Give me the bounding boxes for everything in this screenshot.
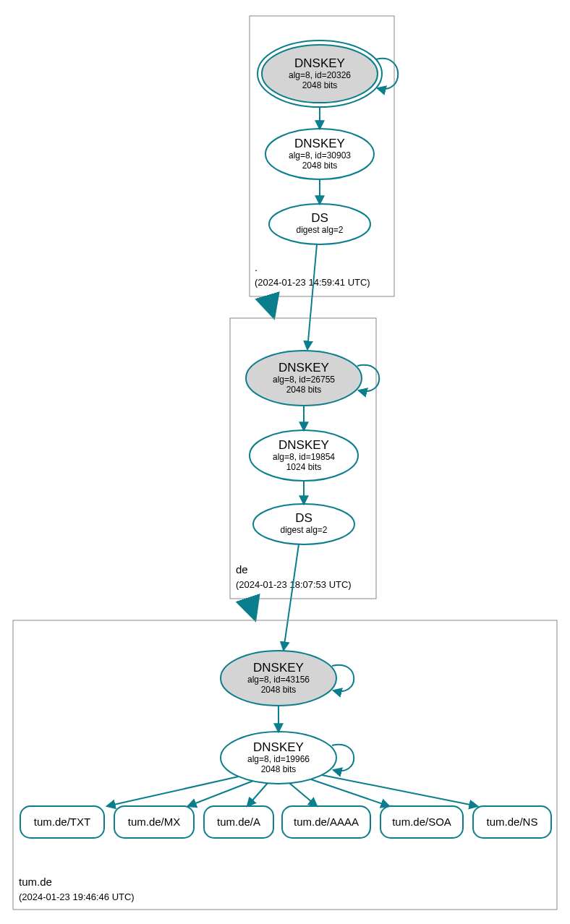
svg-text:2048 bits: 2048 bits — [286, 385, 322, 395]
svg-text:DNSKEY: DNSKEY — [278, 438, 329, 452]
svg-text:2048 bits: 2048 bits — [261, 685, 297, 695]
de-ksk-node: DNSKEY alg=8, id=26755 2048 bits — [246, 351, 362, 406]
svg-text:alg=8, id=30903: alg=8, id=30903 — [289, 150, 351, 161]
svg-text:tum.de/A: tum.de/A — [217, 816, 260, 828]
svg-text:DNSKEY: DNSKEY — [294, 137, 345, 150]
svg-text:2048 bits: 2048 bits — [302, 80, 338, 90]
root-ds-node: DS digest alg=2 — [269, 204, 370, 244]
edge-de-ds-to-tumde-ksk — [284, 544, 299, 650]
svg-text:1024 bits: 1024 bits — [286, 462, 322, 472]
svg-text:alg=8, id=20326: alg=8, id=20326 — [289, 70, 351, 80]
svg-text:DNSKEY: DNSKEY — [253, 661, 304, 675]
rrset-txt: tum.de/TXT — [20, 806, 104, 838]
rrset-ns: tum.de/NS — [473, 806, 551, 838]
de-zsk-node: DNSKEY alg=8, id=19854 1024 bits — [250, 430, 358, 481]
svg-text:alg=8, id=26755: alg=8, id=26755 — [273, 375, 335, 385]
svg-text:alg=8, id=19854: alg=8, id=19854 — [273, 452, 335, 462]
rrset-a: tum.de/A — [204, 806, 273, 838]
edge-zsk-aaaa — [289, 783, 317, 806]
svg-text:2048 bits: 2048 bits — [302, 161, 338, 171]
tumde-ksk-node: DNSKEY alg=8, id=43156 2048 bits — [221, 651, 336, 706]
svg-text:tum.de/TXT: tum.de/TXT — [34, 816, 90, 828]
edge-zsk-soa — [311, 779, 389, 806]
edge-de-to-tumde-zone — [248, 599, 255, 618]
svg-text:tum.de/MX: tum.de/MX — [128, 816, 181, 828]
rrset-mx: tum.de/MX — [114, 806, 194, 838]
svg-text:digest alg=2: digest alg=2 — [296, 225, 343, 235]
svg-text:DNSKEY: DNSKEY — [278, 361, 329, 375]
svg-text:alg=8, id=43156: alg=8, id=43156 — [247, 675, 310, 685]
svg-text:2048 bits: 2048 bits — [261, 764, 297, 774]
root-zsk-node: DNSKEY alg=8, id=30903 2048 bits — [265, 129, 374, 179]
svg-text:tum.de/SOA: tum.de/SOA — [392, 816, 451, 828]
edge-root-to-de-zone — [268, 296, 273, 316]
zone-tumde-label: tum.de — [19, 876, 52, 888]
edge-zsk-a — [247, 783, 268, 806]
svg-text:tum.de/NS: tum.de/NS — [487, 816, 538, 828]
de-ds-node: DS digest alg=2 — [253, 504, 354, 544]
svg-text:DS: DS — [311, 211, 328, 225]
svg-text:alg=8, id=19966: alg=8, id=19966 — [247, 754, 310, 764]
svg-text:tum.de/AAAA: tum.de/AAAA — [294, 816, 359, 828]
tumde-zsk-node: DNSKEY alg=8, id=19966 2048 bits — [221, 732, 336, 784]
rrset-aaaa: tum.de/AAAA — [282, 806, 370, 838]
dnssec-chain-diagram: . (2024-01-23 14:59:41 UTC) DNSKEY alg=8… — [0, 0, 570, 924]
edge-zsk-mx — [188, 781, 253, 806]
zone-root-label: . — [255, 261, 258, 273]
rrset-soa: tum.de/SOA — [380, 806, 463, 838]
svg-text:DS: DS — [295, 511, 312, 525]
zone-de-label: de — [236, 563, 248, 576]
root-ksk-node: DNSKEY alg=8, id=20326 2048 bits — [258, 40, 382, 107]
svg-text:DNSKEY: DNSKEY — [294, 56, 345, 70]
edge-zsk-txt — [107, 777, 239, 806]
svg-text:DNSKEY: DNSKEY — [253, 740, 304, 754]
svg-text:digest alg=2: digest alg=2 — [280, 525, 327, 535]
zone-tumde-timestamp: (2024-01-23 19:46:46 UTC) — [19, 891, 135, 902]
